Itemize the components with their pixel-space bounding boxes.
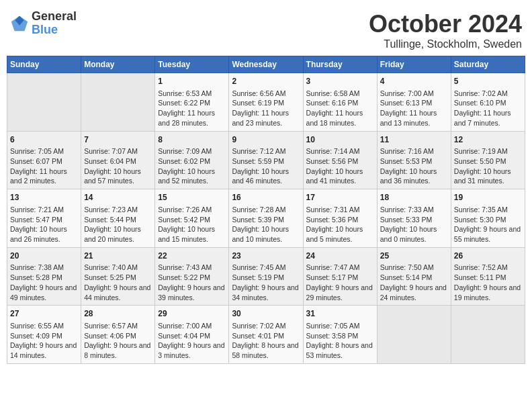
calendar-cell: 29Sunrise: 7:00 AMSunset: 4:04 PMDayligh… <box>155 306 229 364</box>
day-info: Sunrise: 7:05 AMSunset: 3:58 PMDaylight:… <box>306 321 374 361</box>
calendar-table: SundayMondayTuesdayWednesdayThursdayFrid… <box>7 56 525 364</box>
weekday-header-cell: Friday <box>377 56 451 73</box>
calendar-week-row: 6Sunrise: 7:05 AMSunset: 6:07 PMDaylight… <box>7 131 525 189</box>
calendar-cell: 25Sunrise: 7:50 AMSunset: 5:14 PMDayligh… <box>377 247 451 306</box>
calendar-cell: 10Sunrise: 7:14 AMSunset: 5:56 PMDayligh… <box>303 131 377 189</box>
calendar-cell: 17Sunrise: 7:31 AMSunset: 5:36 PMDayligh… <box>303 189 377 248</box>
weekday-header-cell: Tuesday <box>155 56 229 73</box>
calendar-cell <box>81 73 155 132</box>
day-info: Sunrise: 7:47 AMSunset: 5:17 PMDaylight:… <box>306 263 374 302</box>
calendar-cell: 28Sunrise: 6:57 AMSunset: 4:06 PMDayligh… <box>81 306 155 364</box>
day-number: 17 <box>306 192 374 203</box>
calendar-cell: 9Sunrise: 7:12 AMSunset: 5:59 PMDaylight… <box>229 131 303 189</box>
calendar-week-row: 13Sunrise: 7:21 AMSunset: 5:47 PMDayligh… <box>7 189 525 248</box>
day-info: Sunrise: 7:43 AMSunset: 5:22 PMDaylight:… <box>158 263 226 302</box>
day-info: Sunrise: 7:02 AMSunset: 4:01 PMDaylight:… <box>232 321 300 361</box>
day-number: 25 <box>380 250 448 262</box>
logo-general: General <box>32 10 77 24</box>
day-number: 3 <box>306 76 374 87</box>
day-info: Sunrise: 7:40 AMSunset: 5:25 PMDaylight:… <box>84 263 152 302</box>
day-info: Sunrise: 7:50 AMSunset: 5:14 PMDaylight:… <box>380 263 448 302</box>
day-info: Sunrise: 6:57 AMSunset: 4:06 PMDaylight:… <box>84 321 152 361</box>
day-number: 19 <box>454 192 522 203</box>
calendar-cell: 18Sunrise: 7:33 AMSunset: 5:33 PMDayligh… <box>377 189 451 248</box>
day-info: Sunrise: 7:35 AMSunset: 5:30 PMDaylight:… <box>454 205 522 244</box>
calendar-cell: 8Sunrise: 7:09 AMSunset: 6:02 PMDaylight… <box>155 131 229 189</box>
day-info: Sunrise: 7:45 AMSunset: 5:19 PMDaylight:… <box>232 263 300 302</box>
calendar-cell: 5Sunrise: 7:02 AMSunset: 6:10 PMDaylight… <box>451 73 525 132</box>
calendar-cell <box>451 306 525 364</box>
calendar-cell: 20Sunrise: 7:38 AMSunset: 5:28 PMDayligh… <box>7 247 81 306</box>
logo: General Blue <box>10 10 77 37</box>
day-number: 11 <box>380 134 448 146</box>
calendar-week-row: 20Sunrise: 7:38 AMSunset: 5:28 PMDayligh… <box>7 247 525 306</box>
calendar-cell: 21Sunrise: 7:40 AMSunset: 5:25 PMDayligh… <box>81 247 155 306</box>
day-number: 21 <box>84 250 152 262</box>
day-info: Sunrise: 6:58 AMSunset: 6:16 PMDaylight:… <box>306 89 374 128</box>
day-number: 9 <box>232 134 300 146</box>
calendar-cell: 1Sunrise: 6:53 AMSunset: 6:22 PMDaylight… <box>155 73 229 132</box>
calendar-cell: 7Sunrise: 7:07 AMSunset: 6:04 PMDaylight… <box>81 131 155 189</box>
day-info: Sunrise: 7:14 AMSunset: 5:56 PMDaylight:… <box>306 146 374 186</box>
weekday-header-cell: Wednesday <box>229 56 303 73</box>
weekday-header-row: SundayMondayTuesdayWednesdayThursdayFrid… <box>7 56 525 73</box>
day-info: Sunrise: 7:19 AMSunset: 5:50 PMDaylight:… <box>454 146 522 186</box>
day-number: 30 <box>232 308 300 320</box>
day-number: 7 <box>84 134 152 146</box>
calendar-cell: 23Sunrise: 7:45 AMSunset: 5:19 PMDayligh… <box>229 247 303 306</box>
calendar-subtitle: Tullinge, Stockholm, Sweden <box>369 38 522 50</box>
day-number: 15 <box>158 192 226 203</box>
calendar-cell <box>7 73 81 132</box>
day-info: Sunrise: 7:33 AMSunset: 5:33 PMDaylight:… <box>380 205 448 244</box>
logo-icon <box>10 14 29 33</box>
calendar-cell: 2Sunrise: 6:56 AMSunset: 6:19 PMDaylight… <box>229 73 303 132</box>
calendar-cell: 11Sunrise: 7:16 AMSunset: 5:53 PMDayligh… <box>377 131 451 189</box>
calendar-cell: 15Sunrise: 7:26 AMSunset: 5:42 PMDayligh… <box>155 189 229 248</box>
title-block: October 2024 Tullinge, Stockholm, Sweden <box>369 10 522 50</box>
day-number: 2 <box>232 76 300 87</box>
calendar-cell: 6Sunrise: 7:05 AMSunset: 6:07 PMDaylight… <box>7 131 81 189</box>
day-number: 1 <box>158 76 226 87</box>
day-number: 12 <box>454 134 522 146</box>
calendar-cell: 24Sunrise: 7:47 AMSunset: 5:17 PMDayligh… <box>303 247 377 306</box>
day-info: Sunrise: 7:21 AMSunset: 5:47 PMDaylight:… <box>10 205 78 244</box>
calendar-cell: 3Sunrise: 6:58 AMSunset: 6:16 PMDaylight… <box>303 73 377 132</box>
calendar-cell: 22Sunrise: 7:43 AMSunset: 5:22 PMDayligh… <box>155 247 229 306</box>
calendar-cell: 26Sunrise: 7:52 AMSunset: 5:11 PMDayligh… <box>451 247 525 306</box>
calendar-cell: 14Sunrise: 7:23 AMSunset: 5:44 PMDayligh… <box>81 189 155 248</box>
day-info: Sunrise: 7:23 AMSunset: 5:44 PMDaylight:… <box>84 205 152 244</box>
day-number: 4 <box>380 76 448 87</box>
day-number: 26 <box>454 250 522 262</box>
calendar-cell: 12Sunrise: 7:19 AMSunset: 5:50 PMDayligh… <box>451 131 525 189</box>
day-number: 22 <box>158 250 226 262</box>
day-number: 5 <box>454 76 522 87</box>
day-info: Sunrise: 7:52 AMSunset: 5:11 PMDaylight:… <box>454 263 522 302</box>
day-number: 14 <box>84 192 152 203</box>
day-number: 28 <box>84 308 152 320</box>
weekday-header-cell: Sunday <box>7 56 81 73</box>
day-number: 16 <box>232 192 300 203</box>
calendar-cell: 30Sunrise: 7:02 AMSunset: 4:01 PMDayligh… <box>229 306 303 364</box>
day-info: Sunrise: 7:05 AMSunset: 6:07 PMDaylight:… <box>10 146 78 186</box>
logo-blue: Blue <box>32 24 77 37</box>
calendar-body: 1Sunrise: 6:53 AMSunset: 6:22 PMDaylight… <box>7 73 525 364</box>
calendar-cell: 31Sunrise: 7:05 AMSunset: 3:58 PMDayligh… <box>303 306 377 364</box>
calendar-cell: 16Sunrise: 7:28 AMSunset: 5:39 PMDayligh… <box>229 189 303 248</box>
day-info: Sunrise: 7:07 AMSunset: 6:04 PMDaylight:… <box>84 146 152 186</box>
day-number: 24 <box>306 250 374 262</box>
logo-text: General Blue <box>32 10 77 37</box>
day-number: 31 <box>306 308 374 320</box>
day-number: 18 <box>380 192 448 203</box>
day-info: Sunrise: 6:53 AMSunset: 6:22 PMDaylight:… <box>158 89 226 128</box>
day-number: 23 <box>232 250 300 262</box>
day-info: Sunrise: 7:02 AMSunset: 6:10 PMDaylight:… <box>454 89 522 128</box>
day-info: Sunrise: 7:31 AMSunset: 5:36 PMDaylight:… <box>306 205 374 244</box>
calendar-cell: 19Sunrise: 7:35 AMSunset: 5:30 PMDayligh… <box>451 189 525 248</box>
calendar-cell: 27Sunrise: 6:55 AMSunset: 4:09 PMDayligh… <box>7 306 81 364</box>
day-info: Sunrise: 7:16 AMSunset: 5:53 PMDaylight:… <box>380 146 448 186</box>
calendar-cell: 13Sunrise: 7:21 AMSunset: 5:47 PMDayligh… <box>7 189 81 248</box>
weekday-header-cell: Saturday <box>451 56 525 73</box>
weekday-header-cell: Thursday <box>303 56 377 73</box>
day-info: Sunrise: 7:09 AMSunset: 6:02 PMDaylight:… <box>158 146 226 186</box>
header: General Blue October 2024 Tullinge, Stoc… <box>7 7 525 50</box>
